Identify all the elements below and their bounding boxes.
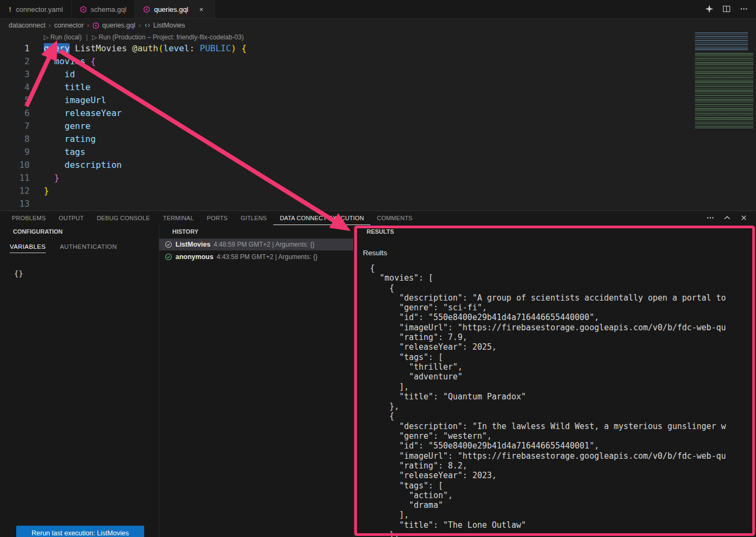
- chevron-down-icon: [358, 229, 364, 235]
- line-number: 9: [0, 146, 30, 159]
- line-number: 3: [0, 68, 30, 81]
- config-tab-variables[interactable]: VARIABLES: [10, 243, 46, 253]
- tab-label: schema.gql: [91, 5, 126, 13]
- panel-tab-problems[interactable]: PROBLEMS: [5, 211, 52, 225]
- line-number: 10: [0, 159, 30, 172]
- tab-label: queries.gql: [154, 5, 188, 13]
- line-number: 12: [0, 185, 30, 198]
- more-actions-icon[interactable]: [740, 5, 748, 13]
- history-list: ListMovies4:48:59 PM GMT+2 | Arguments: …: [159, 239, 353, 263]
- panel-tab-data-connect-execution[interactable]: DATA CONNECT EXECUTION: [273, 211, 370, 225]
- breadcrumb-separator: ›: [139, 22, 141, 29]
- line-number: 6: [0, 107, 30, 120]
- history-section: HISTORY ListMovies4:48:59 PM GMT+2 | Arg…: [159, 225, 354, 537]
- play-icon: ▷: [44, 33, 49, 41]
- breadcrumb-item-dataconnect[interactable]: dataconnect: [9, 22, 45, 29]
- graphql-icon: [80, 6, 87, 13]
- panel-tabs: PROBLEMSOUTPUTDEBUG CONSOLETERMINALPORTS…: [5, 211, 419, 225]
- results-json[interactable]: { "movies": [ { "description": "A group …: [370, 263, 756, 537]
- codelens: ▷ Run (local) | ▷ Run (Production – Proj…: [44, 32, 756, 42]
- history-entry-meta: 4:43:58 PM GMT+2 | Arguments: {}: [217, 253, 318, 261]
- line-number: 2: [0, 55, 30, 68]
- code-line: movies {: [44, 55, 247, 68]
- play-icon: ▷: [92, 33, 97, 41]
- minimap[interactable]: [693, 31, 756, 158]
- configuration-section: CONFIGURATION VARIABLESAUTHENTICATION {}…: [0, 225, 159, 537]
- panel-tab-comments[interactable]: COMMENTS: [370, 211, 419, 225]
- configuration-tabs: VARIABLESAUTHENTICATION: [10, 243, 159, 253]
- history-entry-name: anonymous: [176, 253, 213, 261]
- run-production-label: Run (Production – Project: friendly-flix…: [99, 33, 244, 41]
- tab-label: connector.yaml: [16, 5, 63, 13]
- line-number: 13: [0, 198, 30, 210]
- code-line: rating: [44, 133, 247, 146]
- tab-bar-tabs: !connector.yamlschema.gqlqueries.gql×: [0, 0, 215, 18]
- history-title: HISTORY: [172, 228, 198, 235]
- results-heading: Results: [363, 249, 756, 257]
- history-header[interactable]: HISTORY: [159, 225, 353, 238]
- code-line: tags: [44, 146, 247, 159]
- line-number: 8: [0, 133, 30, 146]
- code-line: id: [44, 68, 247, 81]
- results-header[interactable]: RESULTS: [354, 225, 756, 238]
- chevron-down-icon: [164, 229, 170, 235]
- history-entry-name: ListMovies: [176, 241, 211, 248]
- editor-actions: [705, 0, 756, 18]
- line-number: 1: [0, 42, 30, 55]
- breadcrumb-separator: ›: [87, 22, 89, 29]
- chevron-up-icon[interactable]: [723, 214, 732, 222]
- code-line: genre: [44, 120, 247, 133]
- line-number: 7: [0, 120, 30, 133]
- editor-code[interactable]: query ListMovies @auth(level: PUBLIC) { …: [44, 42, 247, 210]
- tab-bar: !connector.yamlschema.gqlqueries.gql×: [0, 0, 756, 19]
- operation-icon: [144, 22, 151, 29]
- rerun-button[interactable]: Rerun last execution: ListMovies: [16, 526, 144, 537]
- code-line: }: [44, 172, 247, 185]
- editor-gutter: 12345678910111213: [0, 42, 30, 210]
- panel-tab-terminal[interactable]: TERMINAL: [157, 211, 200, 225]
- line-number: 4: [0, 81, 30, 94]
- tab-schema-gql[interactable]: schema.gql: [72, 0, 135, 18]
- check-circle-icon: [165, 241, 172, 248]
- panel-tab-gitlens[interactable]: GITLENS: [234, 211, 273, 225]
- close-tab-icon[interactable]: ×: [197, 4, 206, 14]
- breadcrumb-item-connector[interactable]: connector: [54, 22, 84, 29]
- split-editor-icon[interactable]: [723, 5, 731, 13]
- breadcrumb-item-listmovies[interactable]: ListMovies: [144, 22, 185, 29]
- editor[interactable]: ▷ Run (local) | ▷ Run (Production – Proj…: [0, 31, 756, 210]
- run-production-link[interactable]: ▷ Run (Production – Project: friendly-fl…: [92, 33, 244, 41]
- panel-tab-ports[interactable]: PORTS: [200, 211, 234, 225]
- code-line: description: [44, 159, 247, 172]
- minimap-code-block: [695, 32, 748, 50]
- results-section: RESULTS Results { "movies": [ { "descrip…: [354, 225, 756, 537]
- panel-tab-output[interactable]: OUTPUT: [52, 211, 90, 225]
- history-entry-meta: 4:48:59 PM GMT+2 | Arguments: {}: [214, 241, 315, 248]
- run-local-label: Run (local): [50, 33, 82, 41]
- run-local-link[interactable]: ▷ Run (local): [44, 33, 82, 41]
- copilot-icon[interactable]: [705, 5, 714, 13]
- code-line: title: [44, 81, 247, 94]
- more-actions-icon[interactable]: [706, 214, 715, 222]
- code-line: query ListMovies @auth(level: PUBLIC) {: [44, 42, 247, 55]
- configuration-title: CONFIGURATION: [13, 228, 63, 235]
- code-line: releaseYear: [44, 107, 247, 120]
- code-line: imageUrl: [44, 94, 247, 107]
- check-circle-icon: [165, 253, 172, 261]
- panel-tab-bar: PROBLEMSOUTPUTDEBUG CONSOLETERMINALPORTS…: [0, 211, 756, 225]
- breadcrumb: dataconnect›connector›queries.gql›ListMo…: [0, 19, 756, 31]
- configuration-header[interactable]: CONFIGURATION: [0, 225, 159, 238]
- config-tab-authentication[interactable]: AUTHENTICATION: [60, 243, 117, 253]
- breadcrumb-separator: ›: [49, 22, 51, 29]
- close-icon[interactable]: [740, 214, 748, 222]
- yaml-icon: !: [8, 5, 12, 13]
- history-row-listmovies[interactable]: ListMovies4:48:59 PM GMT+2 | Arguments: …: [159, 239, 353, 250]
- code-line: [44, 198, 247, 210]
- panel-tab-debug-console[interactable]: DEBUG CONSOLE: [90, 211, 157, 225]
- tab-queries-gql[interactable]: queries.gql×: [135, 0, 215, 18]
- line-number: 5: [0, 94, 30, 107]
- tab-connector-yaml[interactable]: !connector.yaml: [0, 0, 72, 18]
- breadcrumb-item-queries-gql[interactable]: queries.gql: [92, 22, 135, 29]
- graphql-icon: [92, 22, 99, 29]
- codelens-divider: |: [86, 33, 87, 41]
- history-row-anonymous[interactable]: anonymous4:43:58 PM GMT+2 | Arguments: {…: [159, 251, 353, 263]
